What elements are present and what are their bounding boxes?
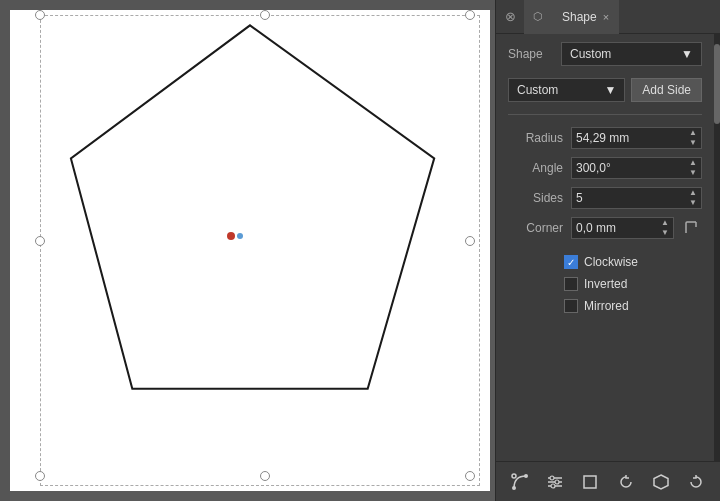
- svg-rect-10: [584, 476, 596, 488]
- canvas-area: [0, 0, 495, 501]
- sync-tool-button[interactable]: [610, 468, 641, 496]
- svg-point-3: [512, 474, 516, 478]
- handle-mid-right[interactable]: [465, 236, 475, 246]
- custom-dropdown-arrow: ▼: [604, 83, 616, 97]
- svg-point-9: [551, 484, 555, 488]
- corner-up-arrow[interactable]: ▲: [661, 218, 669, 228]
- inverted-checkbox[interactable]: [564, 277, 578, 291]
- sides-value: 5: [576, 191, 687, 205]
- scroll-thumb[interactable]: [714, 44, 720, 124]
- clockwise-checkbox[interactable]: [564, 255, 578, 269]
- panel: ⊗ ⬡ Shape × Shape Custom ▼ Custom: [495, 0, 720, 501]
- custom-dropdown[interactable]: Custom ▼: [508, 78, 625, 102]
- add-side-button[interactable]: Add Side: [631, 78, 702, 102]
- panel-inner: Shape Custom ▼ Custom ▼ Add Side Rad: [496, 34, 720, 461]
- panel-main: Shape Custom ▼ Custom ▼ Add Side Rad: [496, 34, 714, 461]
- custom-row: Custom ▼ Add Side: [496, 74, 714, 106]
- clockwise-row: Clockwise: [496, 251, 714, 273]
- pentagon-shape[interactable]: [10, 10, 490, 491]
- inverted-row: Inverted: [496, 273, 714, 295]
- angle-value: 300,0°: [576, 161, 687, 175]
- svg-marker-11: [654, 475, 668, 489]
- rotate-tool-button[interactable]: [681, 468, 712, 496]
- handle-top-center[interactable]: [260, 10, 270, 20]
- svg-point-2: [524, 474, 528, 478]
- sides-label: Sides: [508, 191, 563, 205]
- angle-spinner[interactable]: ▲ ▼: [689, 158, 697, 178]
- corner-row: Corner 0,0 mm ▲ ▼: [496, 213, 714, 243]
- radius-up-arrow[interactable]: ▲: [689, 128, 697, 138]
- mirrored-row: Mirrored: [496, 295, 714, 317]
- shape-label: Shape: [508, 47, 553, 61]
- angle-row: Angle 300,0° ▲ ▼: [496, 153, 714, 183]
- handle-bottom-left[interactable]: [35, 471, 45, 481]
- corner-value: 0,0 mm: [576, 221, 659, 235]
- ruler-left: [0, 0, 10, 501]
- angle-input[interactable]: 300,0° ▲ ▼: [571, 157, 702, 179]
- radius-down-arrow[interactable]: ▼: [689, 138, 697, 148]
- panel-icon-button[interactable]: ⬡: [524, 0, 552, 34]
- radius-value: 54,29 mm: [576, 131, 687, 145]
- svg-point-1: [512, 486, 516, 490]
- center-dot-blue: [237, 233, 243, 239]
- handle-top-left[interactable]: [35, 10, 45, 20]
- bottom-toolbar: [496, 461, 720, 501]
- corner-spinner[interactable]: ▲ ▼: [661, 218, 669, 238]
- handle-bottom-center[interactable]: [260, 471, 270, 481]
- mirrored-label: Mirrored: [584, 299, 629, 313]
- square-tool-button[interactable]: [575, 468, 606, 496]
- corner-style-icon[interactable]: [680, 217, 702, 239]
- panel-close-button[interactable]: ⊗: [496, 0, 524, 34]
- angle-label: Angle: [508, 161, 563, 175]
- panel-tab-shape[interactable]: Shape ×: [552, 0, 619, 34]
- corner-down-arrow[interactable]: ▼: [661, 228, 669, 238]
- angle-up-arrow[interactable]: ▲: [689, 158, 697, 168]
- radius-input[interactable]: 54,29 mm ▲ ▼: [571, 127, 702, 149]
- shape-dropdown-value: Custom: [570, 47, 611, 61]
- shape-row: Shape Custom ▼: [496, 34, 714, 74]
- center-dot-red: [227, 232, 235, 240]
- shape-dropdown-arrow: ▼: [681, 47, 693, 61]
- node-tool-button[interactable]: [504, 468, 535, 496]
- settings-tool-button[interactable]: [539, 468, 570, 496]
- corner-label: Corner: [508, 221, 563, 235]
- angle-down-arrow[interactable]: ▼: [689, 168, 697, 178]
- sides-spinner[interactable]: ▲ ▼: [689, 188, 697, 208]
- ruler-top: [0, 0, 495, 10]
- handle-mid-left[interactable]: [35, 236, 45, 246]
- clockwise-label: Clockwise: [584, 255, 638, 269]
- scroll-track[interactable]: [714, 34, 720, 461]
- panel-tab-close-x[interactable]: ×: [603, 11, 609, 23]
- hexagon-tool-button[interactable]: [645, 468, 676, 496]
- divider-1: [508, 114, 702, 115]
- panel-title: Shape: [562, 10, 597, 24]
- spacer: [496, 243, 714, 251]
- sides-up-arrow[interactable]: ▲: [689, 188, 697, 198]
- radius-label: Radius: [508, 131, 563, 145]
- radius-spinner[interactable]: ▲ ▼: [689, 128, 697, 148]
- mirrored-checkbox[interactable]: [564, 299, 578, 313]
- drawing-canvas[interactable]: [10, 10, 490, 491]
- handle-bottom-right[interactable]: [465, 471, 475, 481]
- handle-top-right[interactable]: [465, 10, 475, 20]
- panel-header: ⊗ ⬡ Shape ×: [496, 0, 720, 34]
- shape-dropdown[interactable]: Custom ▼: [561, 42, 702, 66]
- svg-point-7: [550, 476, 554, 480]
- sides-down-arrow[interactable]: ▼: [689, 198, 697, 208]
- inverted-label: Inverted: [584, 277, 627, 291]
- sides-input[interactable]: 5 ▲ ▼: [571, 187, 702, 209]
- radius-row: Radius 54,29 mm ▲ ▼: [496, 123, 714, 153]
- svg-marker-0: [71, 25, 434, 388]
- svg-point-8: [555, 480, 559, 484]
- custom-dropdown-value: Custom: [517, 83, 558, 97]
- corner-input[interactable]: 0,0 mm ▲ ▼: [571, 217, 674, 239]
- sides-row: Sides 5 ▲ ▼: [496, 183, 714, 213]
